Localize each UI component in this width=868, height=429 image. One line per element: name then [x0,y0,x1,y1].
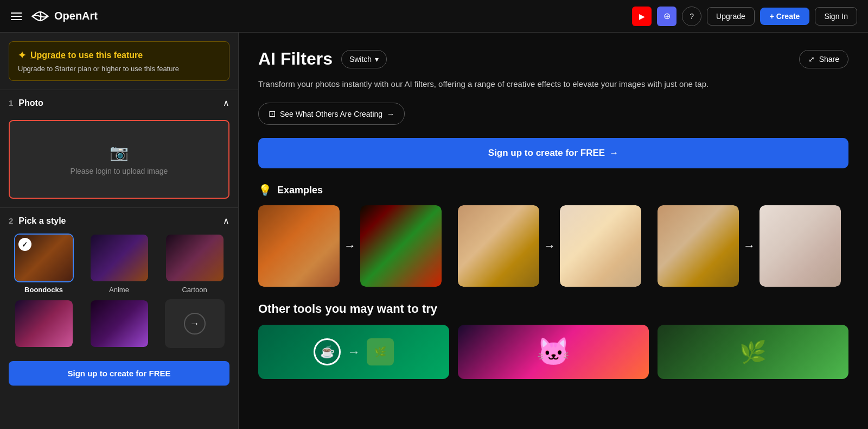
style-thumb-cartoon [165,234,225,282]
help-icon: ? [690,12,694,21]
style-item-row2-2[interactable] [84,299,154,348]
style-section-label: Pick a style [18,216,66,226]
switch-label: Switch [349,55,372,64]
style-item-anime[interactable]: Anime [84,234,154,294]
example-pair-1: → [258,205,449,287]
tools-grid: ☕ → 🌿 🐱 🌿 [258,325,848,379]
see-others-label: See What Others Are Creating [280,110,382,118]
share-icon: ⤢ [808,55,815,64]
style-picker: ✓ Boondocks Anime Cartoon [0,234,238,357]
page-description: Transform your photos instantly with our… [258,78,746,91]
other-tools-title: Other tools you may want to try [258,302,848,316]
style-thumb-row2-1 [14,299,74,348]
upload-box[interactable]: 📷 Please login to upload image [9,120,229,199]
row2-2-preview [91,300,148,347]
example-1-before [258,205,340,287]
discord-icon: ⊕ [663,11,671,21]
starbucks-arrow: → [347,344,360,359]
camera-icon: 📷 [110,143,129,161]
copy-icon: ⊡ [269,109,276,119]
style-grid: ✓ Boondocks Anime Cartoon [9,234,229,294]
logo[interactable]: OpenArt [30,10,98,23]
header-right: ▶ ⊕ ? Upgrade + Create Sign In [632,7,857,26]
style-section-header[interactable]: 2 Pick a style ∧ [0,207,238,234]
sidebar: ✦ Upgrade to use this feature Upgrade to… [0,33,239,429]
style-section-collapse-icon: ∧ [223,216,229,226]
style-item-boondocks[interactable]: ✓ Boondocks [9,234,79,294]
boondocks-label: Boondocks [24,286,63,294]
content-header: AI Filters Switch ▾ ⤢ Share [258,49,848,69]
arrow-right-icon: → [387,110,394,118]
signin-button[interactable]: Sign In [815,7,857,26]
chevron-down-icon: ▾ [375,55,379,64]
star-icon: ✦ [18,49,26,61]
style-thumb-next: → [165,299,225,348]
menu-button[interactable] [11,12,22,20]
example-2-after [560,205,641,287]
logo-text: OpenArt [54,10,98,22]
youtube-icon: ▶ [639,12,645,21]
signup-bottom-button[interactable]: Sign up to create for FREE [9,361,229,386]
cartoon-preview [166,235,224,281]
cartoon-label: Cartoon [182,286,207,294]
help-button[interactable]: ? [682,7,701,26]
style-thumb-anime [90,234,149,282]
style-thumb-row2-2 [90,299,149,348]
upgrade-title-suffix: to use this feature [68,51,143,60]
discord-button[interactable]: ⊕ [657,7,676,26]
upgrade-banner-title: ✦ Upgrade to use this feature [18,49,220,61]
header: OpenArt ▶ ⊕ ? Upgrade + Create Sign In [0,0,868,33]
anime-label: Anime [109,286,129,294]
photo-section-header-left: 1 Photo [9,98,43,108]
anime-preview [91,235,148,281]
tool-card-cat[interactable]: 🐱 [458,325,649,379]
signup-arrow-icon: → [609,148,618,159]
signup-main-button[interactable]: Sign up to create for FREE → [258,138,848,168]
switch-button[interactable]: Switch ▾ [341,50,387,68]
style-section-header-left: 2 Pick a style [9,216,66,226]
upgrade-label: Upgrade [716,12,745,21]
share-label: Share [819,55,839,64]
upgrade-link[interactable]: Upgrade [30,51,66,60]
examples-section: 💡 Examples → [258,184,848,287]
photo-section-number: 1 [9,98,13,108]
see-others-button[interactable]: ⊡ See What Others Are Creating → [258,103,405,125]
example-3-after [760,205,841,287]
photo-section-header[interactable]: 1 Photo ∧ [0,90,238,116]
page-title: AI Filters [258,49,333,69]
examples-header: 💡 Examples [258,184,848,197]
upgrade-banner: ✦ Upgrade to use this feature Upgrade to… [9,41,229,81]
style-item-next[interactable]: → [159,299,229,348]
example-2-before [458,205,539,287]
photo-section-label: Photo [18,98,43,108]
youtube-button[interactable]: ▶ [632,7,652,26]
other-tools-section: Other tools you may want to try ☕ → 🌿 🐱 [258,302,848,379]
main-content: AI Filters Switch ▾ ⤢ Share Transform yo… [239,33,868,429]
arrow-between-3: → [743,239,755,253]
arrow-between-1: → [344,239,356,253]
share-button[interactable]: ⤢ Share [799,50,848,68]
bulb-icon: 💡 [258,184,272,197]
upgrade-banner-text: Upgrade to use this feature [30,51,143,60]
examples-label: Examples [277,185,323,196]
signup-main-label: Sign up to create for FREE [488,148,605,159]
examples-grid: → → [258,205,848,287]
example-pair-2: → [458,205,649,287]
upload-text: Please login to upload image [71,167,168,175]
style-section-number: 2 [9,216,13,225]
tool-card-starbucks[interactable]: ☕ → 🌿 [258,325,449,379]
row2-1-preview [15,300,73,347]
example-1-after [360,205,442,287]
upgrade-button[interactable]: Upgrade [707,7,755,26]
content-title-row: AI Filters Switch ▾ [258,49,387,69]
signin-label: Sign In [824,12,848,21]
header-left: OpenArt [11,10,98,23]
photo-upload-area: 📷 Please login to upload image [0,116,238,207]
next-arrow-button[interactable]: → [184,313,206,335]
style-item-cartoon[interactable]: Cartoon [159,234,229,294]
tool-card-nature[interactable]: 🌿 [658,325,848,379]
upgrade-banner-subtitle: Upgrade to Starter plan or higher to use… [18,65,220,73]
style-item-row2-1[interactable] [9,299,79,348]
create-button[interactable]: + Create [760,8,810,25]
style-thumb-boondocks: ✓ [14,234,74,282]
